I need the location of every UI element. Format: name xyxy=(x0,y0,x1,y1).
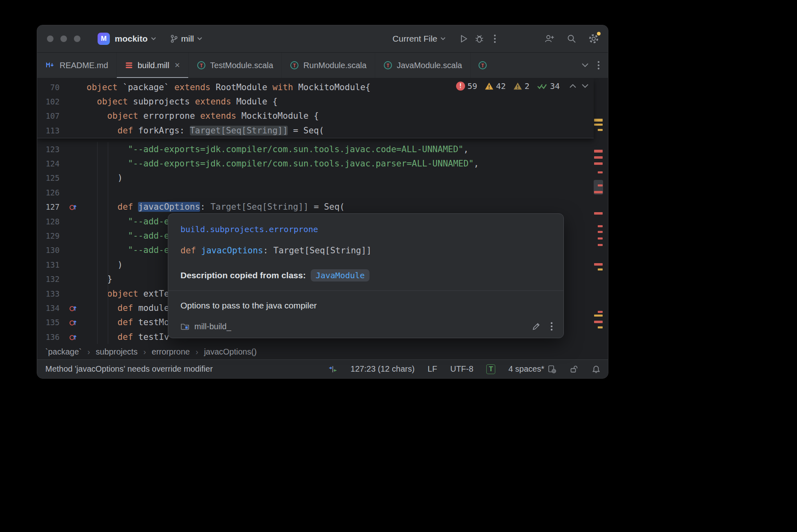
stripe-mark-yellow[interactable] xyxy=(594,119,603,122)
stripe-mark-red[interactable] xyxy=(594,321,603,323)
caret-navigation-icon[interactable] xyxy=(328,365,338,373)
code-token: def xyxy=(118,332,138,342)
tab-options-kebab-icon[interactable] xyxy=(597,60,600,70)
stripe-mark-yellow[interactable] xyxy=(594,315,603,317)
inspection-warning[interactable]: 42 xyxy=(485,81,506,91)
line-number: 132 xyxy=(37,275,60,284)
hidden-tabs-chevron-down-icon[interactable] xyxy=(582,63,588,67)
inspection-error[interactable]: !59 xyxy=(456,81,477,91)
stripe-mark-red[interactable] xyxy=(594,162,603,165)
encoding-widget[interactable]: UTF-8 xyxy=(450,364,474,374)
code-token: object xyxy=(107,111,144,121)
stripe-mark-red[interactable] xyxy=(598,244,603,246)
stripe-mark-yellow[interactable] xyxy=(594,124,603,126)
caret-position-widget[interactable]: 127:23 (12 chars) xyxy=(351,364,415,374)
vcs-widget[interactable]: mill xyxy=(170,34,203,44)
tab-partial[interactable]: T xyxy=(471,53,492,78)
stripe-mark-red[interactable] xyxy=(598,184,603,186)
code-token: testMo xyxy=(138,317,169,327)
override-gutter-icon[interactable] xyxy=(60,203,87,211)
zoom-window-button[interactable] xyxy=(74,35,80,42)
inspections-widget[interactable]: !5942234 xyxy=(456,81,588,91)
doc-class-badge[interactable]: JavaModule xyxy=(311,269,370,282)
stripe-mark-red[interactable] xyxy=(594,212,603,215)
tab-readme-md[interactable]: README.md xyxy=(37,53,117,78)
breadcrumb-separator-icon: › xyxy=(196,347,198,357)
tab-runmodule-scala[interactable]: TRunModule.scala xyxy=(282,53,375,78)
code-token: forkArgs xyxy=(138,126,179,135)
code-token: module xyxy=(138,303,169,313)
prev-issue-chevron-up-icon[interactable] xyxy=(570,84,576,88)
line-number: 127 xyxy=(37,202,60,211)
inspection-navigation xyxy=(570,84,588,88)
code-token: "--add-exports=jdk.compiler/com.sun.tool… xyxy=(128,159,474,168)
tab-bar-controls xyxy=(574,53,608,78)
inspection-ok[interactable]: 34 xyxy=(537,81,560,91)
breadcrumb-item-package[interactable]: `package` xyxy=(45,347,82,357)
close-window-button[interactable] xyxy=(47,35,53,42)
code-token: extends xyxy=(195,97,236,106)
line-separator-widget[interactable]: LF xyxy=(427,364,437,374)
project-chevron-down-icon[interactable] xyxy=(151,37,156,40)
stripe-mark-red[interactable] xyxy=(598,237,603,239)
stripe-mark-red[interactable] xyxy=(598,231,603,233)
settings-button[interactable] xyxy=(586,31,601,47)
doc-qualifier-link[interactable]: build.subprojects.errorprone xyxy=(180,224,551,234)
tab-label: build.mill xyxy=(138,61,169,70)
code-token: MockitoModule { xyxy=(241,111,319,121)
stripe-mark-yellow[interactable] xyxy=(598,129,603,131)
stripe-mark-red[interactable] xyxy=(598,311,603,313)
stripe-mark-red[interactable] xyxy=(594,150,603,153)
indent-widget[interactable]: 4 spaces* xyxy=(508,364,557,374)
project-name[interactable]: mockito xyxy=(115,34,148,44)
stripe-mark-red[interactable] xyxy=(598,225,603,227)
doc-signature: def javacOptions: Target[Seq[String]] xyxy=(180,246,551,255)
override-gutter-icon[interactable] xyxy=(60,318,87,326)
notifications-bell-icon[interactable] xyxy=(592,365,601,374)
code-token: ) xyxy=(87,260,123,270)
breadcrumb-item-errorprone[interactable]: errorprone xyxy=(152,347,190,357)
code-token xyxy=(169,82,174,92)
code-token xyxy=(293,82,298,92)
debug-button[interactable] xyxy=(472,31,487,47)
close-tab-icon[interactable]: × xyxy=(175,61,180,70)
edit-pencil-icon[interactable] xyxy=(532,322,541,331)
run-button[interactable] xyxy=(456,31,472,47)
tab-build-mill[interactable]: build.mill× xyxy=(117,53,189,78)
stripe-mark-red[interactable] xyxy=(594,191,603,193)
doc-more-kebab-icon[interactable] xyxy=(550,321,553,331)
stripe-mark-red[interactable] xyxy=(594,156,603,159)
search-everywhere-button[interactable] xyxy=(564,31,579,47)
code-style-file-gear-icon xyxy=(548,365,557,374)
stripe-mark-red[interactable] xyxy=(594,263,603,266)
stripe-mark-yellow[interactable] xyxy=(598,268,603,270)
tab-label: RunModule.scala xyxy=(303,61,367,70)
tab-javamodule-scala[interactable]: TJavaModule.scala xyxy=(375,53,471,78)
lock-open-icon[interactable] xyxy=(570,365,579,374)
stripe-mark-red[interactable] xyxy=(598,171,603,173)
tab-testmodule-scala[interactable]: TTestModule.scala xyxy=(189,53,282,78)
next-issue-chevron-down-icon[interactable] xyxy=(582,84,588,88)
status-message: Method 'javacOptions' needs override mod… xyxy=(37,364,213,374)
line-number: 102 xyxy=(37,97,60,106)
error-icon: ! xyxy=(456,82,465,91)
stripe-mark-yellow[interactable] xyxy=(598,326,603,328)
code-token xyxy=(87,303,118,313)
doc-footer: mill-build_ xyxy=(180,321,553,331)
line-number: 125 xyxy=(37,173,60,182)
breadcrumb-item-subprojects[interactable]: subprojects xyxy=(96,347,138,357)
minimize-window-button[interactable] xyxy=(60,35,67,42)
breadcrumb-item-javacoptions[interactable]: javacOptions() xyxy=(204,347,257,357)
module-icon xyxy=(180,322,189,330)
code-text: "--add-exports=jdk.compiler/com.sun.tool… xyxy=(87,159,594,168)
run-configuration-selector[interactable]: Current File xyxy=(392,34,445,44)
override-gutter-icon[interactable] xyxy=(60,304,87,312)
highlight-level-badge[interactable]: T xyxy=(486,364,495,374)
add-collaborator-button[interactable] xyxy=(542,31,557,47)
override-gutter-icon[interactable] xyxy=(60,333,87,341)
error-stripe[interactable] xyxy=(594,78,603,344)
more-actions-button[interactable] xyxy=(487,31,503,47)
line-number: 70 xyxy=(37,83,60,92)
inspection-weak-warning[interactable]: 2 xyxy=(513,81,530,91)
code-line: 124 "--add-exports=jdk.compiler/com.sun.… xyxy=(37,156,594,171)
